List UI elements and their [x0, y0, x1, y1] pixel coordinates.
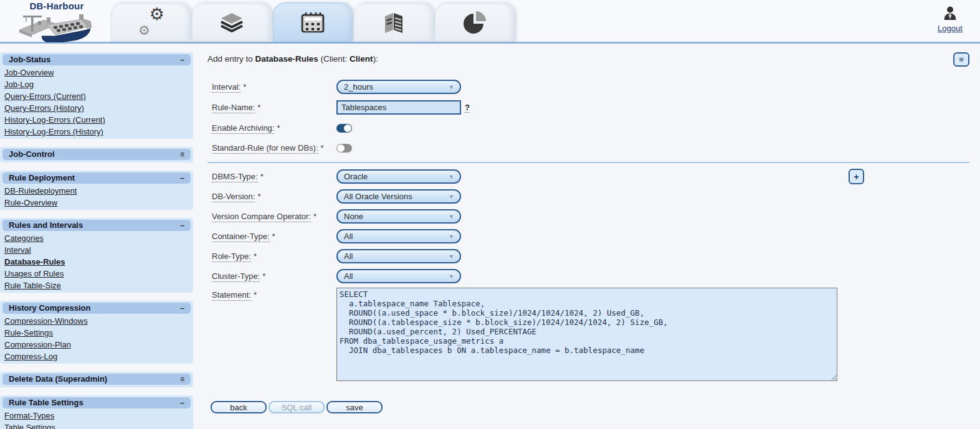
section-header-job-control[interactable]: Job-Control ≡: [2, 149, 191, 160]
sidebar-item-rule-overview[interactable]: Rule-Overview: [4, 198, 57, 207]
role-type-selected-value: All: [344, 252, 353, 261]
form-row-db-version: DB-Version:* All Oracle Versions ▼: [212, 189, 461, 204]
db-version-label: DB-Version:*: [212, 192, 336, 201]
app-logo-text: DB-Harbour: [16, 1, 98, 11]
section-header-rule-deployment[interactable]: Rule Deployment –: [2, 172, 191, 184]
list-item: Categories: [0, 232, 193, 244]
form-row-statement: Statement:*: [212, 288, 336, 302]
standard-rule-toggle[interactable]: [336, 144, 352, 153]
expand-icon[interactable]: ≡: [180, 150, 184, 159]
standard-rule-label: Standard-Rule (for new DBs):*: [212, 143, 336, 153]
version-compare-select[interactable]: None ▼: [336, 209, 461, 224]
sidebar-section-delete-data: Delete Data (Superadmin) ≡: [0, 372, 193, 387]
role-type-select[interactable]: All ▼: [336, 249, 461, 263]
collapse-icon[interactable]: –: [180, 221, 184, 230]
sidebar-item-usages-of-rules[interactable]: Usages of Rules: [4, 269, 64, 278]
back-button[interactable]: back: [211, 401, 267, 413]
section-header-rule-table-settings[interactable]: Rule Table Settings –: [2, 397, 191, 408]
collapse-icon[interactable]: –: [180, 304, 184, 313]
sidebar-item-job-log[interactable]: Job-Log: [4, 80, 34, 89]
sidebar-item-history-log-errors-current[interactable]: History-Log-Errors (Current): [4, 115, 105, 125]
db-version-select[interactable]: All Oracle Versions ▼: [336, 189, 461, 204]
list-item: Table Settings: [0, 422, 193, 429]
hamburger-icon: ≡: [959, 55, 964, 64]
collapse-icon[interactable]: –: [180, 174, 184, 182]
save-button[interactable]: save: [326, 401, 383, 413]
sidebar-item-job-overview[interactable]: Job-Overview: [4, 68, 54, 77]
interval-select[interactable]: 2_hours ▼: [336, 80, 461, 94]
statement-textarea[interactable]: SELECT a.tablespace_name Tablespace, ROU…: [336, 288, 837, 381]
collapse-icon[interactable]: –: [180, 55, 184, 64]
section-header-delete-data[interactable]: Delete Data (Superadmin) ≡: [2, 374, 191, 385]
tab-reports[interactable]: [354, 2, 434, 42]
add-dbms-block-button[interactable]: +: [849, 169, 864, 184]
section-header-history-compression[interactable]: History Compression –: [2, 303, 191, 314]
report-icon: [383, 11, 404, 34]
user-icon: [943, 6, 957, 20]
logout-link[interactable]: Logout: [931, 24, 969, 33]
calendar-icon: [301, 12, 325, 33]
tab-layers[interactable]: [192, 2, 272, 42]
expand-icon[interactable]: ≡: [180, 375, 184, 384]
chevron-down-icon: ▼: [449, 233, 454, 240]
dbms-type-select[interactable]: Oracle ▼: [336, 169, 461, 184]
sidebar-item-query-errors-current[interactable]: Query-Errors (Current): [4, 92, 86, 101]
list-item: Compress-Log: [0, 351, 193, 362]
sidebar-item-categories[interactable]: Categories: [4, 233, 44, 243]
sidebar-item-format-types[interactable]: Format-Types: [4, 411, 54, 420]
app-logo: DB-Harbour: [16, 1, 98, 45]
collapse-icon[interactable]: –: [180, 398, 184, 407]
chevron-down-icon: ▼: [449, 174, 454, 180]
sidebar-section-history-compression: History Compression – Compression-Window…: [0, 301, 193, 364]
sql-call-button[interactable]: SQL call: [269, 401, 325, 413]
chevron-down-icon: ▼: [449, 253, 454, 260]
chevron-down-icon: ▼: [449, 84, 454, 90]
form-row-enable-archiving: Enable Archiving:*: [212, 121, 352, 135]
sidebar-item-history-log-errors-history[interactable]: History-Log-Errors (History): [4, 127, 103, 136]
toggle-knob: [344, 125, 351, 132]
cluster-type-select[interactable]: All ▼: [336, 269, 461, 283]
form-row-interval: Interval:* 2_hours ▼: [212, 80, 461, 94]
container-type-label: Container-Type:*: [212, 232, 336, 241]
tab-settings[interactable]: ⚙⚙: [111, 2, 191, 42]
sidebar: Job-Status – Job-Overview Job-Log Query-…: [0, 45, 193, 429]
sidebar-item-compression-plan[interactable]: Compression-Plan: [4, 340, 71, 349]
sidebar-item-compress-log[interactable]: Compress-Log: [4, 352, 57, 361]
form-row-standard-rule: Standard-Rule (for new DBs):*: [212, 141, 352, 155]
section-header-job-status[interactable]: Job-Status –: [2, 54, 191, 65]
section-header-rules-and-intervals[interactable]: Rules and Intervals –: [2, 220, 191, 231]
form-row-role-type: Role-Type:* All ▼: [212, 249, 461, 263]
sidebar-section-job-control: Job-Control ≡: [0, 147, 193, 163]
logout-block: Logout: [931, 6, 969, 33]
sidebar-item-db-ruledeployment[interactable]: DB-Ruledeployment: [4, 186, 77, 196]
harbour-ship-icon: [19, 11, 94, 42]
sidebar-item-rule-table-size[interactable]: Rule Table-Size: [4, 281, 61, 290]
app-header: DB-Harbour ⚙⚙: [0, 0, 980, 44]
sidebar-item-table-settings[interactable]: Table Settings: [4, 423, 55, 429]
list-item: History-Log-Errors (History): [0, 126, 193, 138]
list-item: Interval: [0, 244, 193, 256]
chevron-down-icon: ▼: [449, 194, 454, 200]
rule-name-help[interactable]: ?: [465, 103, 470, 113]
container-type-select[interactable]: All ▼: [336, 229, 461, 243]
list-item: Format-Types: [0, 410, 193, 422]
interval-selected-value: 2_hours: [344, 82, 373, 92]
chevron-down-icon: ▼: [449, 214, 454, 220]
db-version-selected-value: All Oracle Versions: [344, 192, 412, 201]
list-item: Query-Errors (Current): [0, 90, 193, 102]
enable-archiving-label: Enable Archiving:*: [212, 123, 336, 133]
list-item: Job-Log: [0, 78, 193, 90]
sidebar-item-compression-windows[interactable]: Compression-Windows: [4, 316, 88, 326]
sidebar-item-query-errors-history[interactable]: Query-Errors (History): [4, 103, 84, 113]
enable-archiving-toggle[interactable]: [336, 124, 352, 133]
sidebar-item-interval[interactable]: Interval: [4, 245, 31, 255]
list-item: Database-Rules: [0, 256, 193, 268]
cluster-type-selected-value: All: [344, 271, 353, 281]
tab-schedules[interactable]: [273, 2, 353, 42]
tab-statistics[interactable]: [435, 2, 515, 42]
rule-name-input[interactable]: [336, 100, 461, 115]
sidebar-item-rule-settings[interactable]: Rule-Settings: [4, 328, 53, 337]
sidebar-item-database-rules[interactable]: Database-Rules: [4, 257, 65, 266]
list-item: DB-Ruledeployment: [0, 185, 193, 197]
options-menu-button[interactable]: ≡: [953, 52, 969, 67]
